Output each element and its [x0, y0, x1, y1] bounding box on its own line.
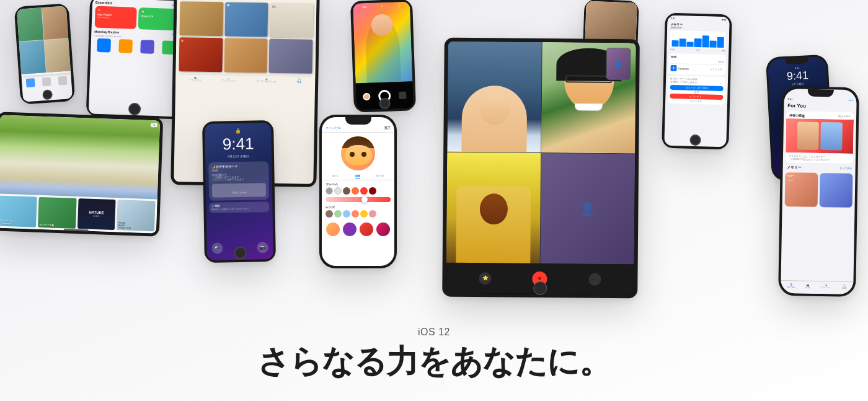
device-iphone-shortcuts: Essentials See All ☰ Play Playlist Start… — [86, 0, 187, 120]
main-scene: 🔍 クリッシー・フィールド ランカウイ島 NATURE 2018↑ MALIB — [0, 0, 868, 401]
device-ipad-facetime: 👤 ⭐ ✕ ··· 👤 — [442, 38, 640, 299]
device-iphone-memoji: キャンセル 完了 頭びょ 組織 候了表 — [319, 115, 397, 268]
device-iphone-photo — [14, 3, 76, 105]
tagline: さらなる力をあなたに。 — [0, 340, 868, 384]
device-iphone-lockscreen: 🔒 9:41 9月12日 水曜日 🌙 おやすみモード 1時間 今日の残りで この… — [202, 120, 276, 263]
brand-section: iOS 12 さらなる力をあなたに。 — [0, 327, 868, 384]
device-iphone-screentime: 9:41●●● メモリー 2時間45分 1時間50分増加 — [662, 13, 732, 150]
device-iphone-camera: Aa ⚡ ↻ — [350, 0, 416, 113]
ios-version-label: iOS 12 — [0, 327, 868, 338]
home-button-ipad-facetime — [533, 281, 547, 295]
device-ipad-maps: 🔍 クリッシー・フィールド ランカウイ島 NATURE 2018↑ MALIB — [0, 112, 163, 236]
device-iphone-x-foryou: 9:41 ●●● For You 共有の提案 続きを表示 — [778, 86, 859, 297]
